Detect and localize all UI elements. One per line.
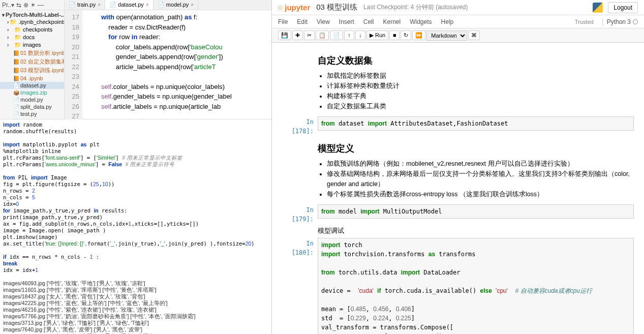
- line-gutter: 1718192021222324252627: [65, 10, 82, 124]
- command-palette-button[interactable]: ⌘: [468, 31, 480, 40]
- menu-view[interactable]: View: [317, 18, 330, 25]
- code-input[interactable]: import torch import torchvision.transfor…: [318, 238, 634, 335]
- code-cell[interactable]: In [179]: from model import MultiOutputM…: [282, 204, 634, 224]
- kernel-name[interactable]: Python 3: [602, 18, 638, 25]
- close-icon[interactable]: ×: [146, 2, 149, 8]
- cell-prompt: In [179]:: [282, 204, 318, 224]
- folder-item[interactable]: ›📁 docs: [0, 34, 64, 41]
- ide-top: Pr..▾ ⇆ ⊕ ✴ — ▾PyTorch-Multi-Label-... ›…: [0, 0, 271, 119]
- file-item[interactable]: 📙02 自定义数据集和转...: [0, 57, 64, 66]
- code-input[interactable]: from dataset import AttributesDataset,Fa…: [318, 116, 634, 131]
- toolbar-button[interactable]: ↓: [355, 31, 365, 40]
- menu-edit[interactable]: Edit: [297, 18, 308, 25]
- toolbar-button[interactable]: ✚: [292, 31, 303, 40]
- file-item[interactable]: 📦images.zip: [0, 89, 64, 96]
- gear-icon[interactable]: ✴: [30, 2, 36, 9]
- code-content[interactable]: with open(annotation_path) as f: reader …: [82, 10, 271, 124]
- file-item[interactable]: 📄train.py: [0, 117, 64, 119]
- editor-area: 📄 train.py×📄 dataset.py×📄 model.py× 1718…: [65, 0, 271, 119]
- file-item[interactable]: 📙04 .ipynb: [0, 75, 64, 82]
- close-icon[interactable]: ×: [98, 2, 101, 8]
- toolbar-button[interactable]: 📋: [316, 31, 329, 40]
- list-item: 自定义数据集工具类: [327, 101, 634, 111]
- menu-cell[interactable]: Cell: [363, 18, 374, 25]
- tree-content: ▾PyTorch-Multi-Label-... ›📁 .ipynb_check…: [0, 10, 64, 119]
- editor-body[interactable]: 1718192021222324252627 with open(annotat…: [65, 10, 271, 124]
- jupyter-logo: ○ jupyter: [278, 3, 310, 12]
- toolbar-button[interactable]: ✂: [304, 31, 315, 40]
- ide-panel: Pr..▾ ⇆ ⊕ ✴ — ▾PyTorch-Multi-Label-... ›…: [0, 0, 272, 334]
- folder-item[interactable]: ›📁 checkpoints: [0, 26, 64, 34]
- file-tree: Pr..▾ ⇆ ⊕ ✴ — ▾PyTorch-Multi-Label-... ›…: [0, 0, 65, 119]
- list-item: 每个标签属性损失函数选择cross-entropy loss （这里我们联合训练…: [327, 189, 634, 199]
- locate-icon[interactable]: ⊕: [23, 2, 28, 9]
- collapse-icon[interactable]: ⇆: [16, 2, 21, 9]
- editor-tabs: 📄 train.py×📄 dataset.py×📄 model.py×: [65, 0, 271, 10]
- list-item: 构建标签字典: [327, 91, 634, 101]
- file-item[interactable]: 📙01 数据分析.ipynb: [0, 49, 64, 57]
- file-item[interactable]: 📄test.py: [0, 110, 64, 117]
- cell-type-select[interactable]: Markdown: [426, 31, 467, 41]
- tree-toolbar: Pr..▾ ⇆ ⊕ ✴ —: [0, 0, 64, 10]
- menu-insert[interactable]: Insert: [339, 18, 354, 25]
- close-icon[interactable]: ×: [191, 2, 194, 8]
- kernel-status-icon: [633, 19, 638, 24]
- python-logo-icon: [593, 3, 603, 13]
- project-root[interactable]: ▾PyTorch-Multi-Label-...: [0, 11, 64, 18]
- notebook-title[interactable]: 03 模型训练: [316, 3, 357, 12]
- menu-widgets[interactable]: Widgets: [410, 18, 432, 25]
- md-heading: 自定义数据集: [318, 54, 634, 68]
- jupyter-panel: ○ jupyter 03 模型训练 Last Checkpoint: 4 分钟前…: [272, 0, 644, 334]
- editor-tab[interactable]: 📄 train.py×: [65, 0, 105, 10]
- jupyter-menubar: FileEditViewInsertCellKernelWidgetsHelp …: [272, 15, 644, 28]
- cell-prompt: In [180]:: [282, 238, 318, 335]
- md-text: 模型调试: [318, 227, 344, 234]
- cell-prompt: In [178]:: [282, 116, 318, 136]
- editor-tab[interactable]: 📄 dataset.py×: [105, 0, 154, 10]
- trusted-indicator[interactable]: Trusted: [571, 18, 597, 26]
- list-item: 修改基础网络结构，原来网络最后一层仅支持一个分类标签输入。这里我们支持3个标签类…: [327, 169, 634, 189]
- toolbar-button[interactable]: ↑: [344, 31, 354, 40]
- file-item[interactable]: 📄model.py: [0, 96, 64, 103]
- menu-file[interactable]: File: [278, 18, 288, 25]
- file-item[interactable]: 📙03 模型训练.ipynb: [0, 66, 64, 75]
- list-item: 加载预训练的网络（例如：mobilenet_v2,resnet,resnext …: [327, 159, 634, 169]
- toolbar-button[interactable]: ⏩: [412, 31, 425, 40]
- notebook-content[interactable]: 自定义数据集 加载指定的标签数据计算标签种类和数量统计构建标签字典自定义数据集工…: [272, 43, 644, 334]
- menu-help[interactable]: Help: [441, 18, 454, 25]
- toolbar-button[interactable]: 💾: [278, 31, 291, 40]
- folder-item[interactable]: ›📁 images: [0, 41, 64, 49]
- toolbar-button[interactable]: ▶ Run: [366, 31, 388, 40]
- toolbar-button[interactable]: ↻: [401, 31, 411, 40]
- jupyter-toolbar: 💾✚✂📋📄↑↓▶ Run■↻⏩ Markdown ⌘: [272, 28, 644, 43]
- list-item: 计算标签种类和数量统计: [327, 81, 634, 91]
- toolbar-button[interactable]: 📄: [330, 31, 343, 40]
- md-heading: 模型定义: [318, 142, 634, 156]
- jupyter-header: ○ jupyter 03 模型训练 Last Checkpoint: 4 分钟前…: [272, 0, 644, 15]
- code-input[interactable]: from model import MultiOutputModel: [318, 204, 634, 219]
- toolbar-button[interactable]: ■: [389, 31, 400, 40]
- file-item[interactable]: 📄dataset.py: [0, 82, 64, 89]
- project-dropdown[interactable]: Pr..▾: [2, 2, 14, 9]
- code-cell[interactable]: In [178]: from dataset import Attributes…: [282, 116, 634, 136]
- logout-button[interactable]: Logout: [608, 2, 638, 13]
- checkpoint-text: Last Checkpoint: 4 分钟前 (autosaved): [363, 3, 468, 12]
- markdown-cell[interactable]: 自定义数据集 加载指定的标签数据计算标签种类和数量统计构建标签字典自定义数据集工…: [282, 50, 634, 114]
- markdown-cell[interactable]: 模型定义 加载预训练的网络（例如：mobilenet_v2,resnet,res…: [282, 138, 634, 202]
- hide-icon[interactable]: —: [38, 2, 44, 9]
- markdown-cell[interactable]: 模型调试: [282, 226, 634, 236]
- editor-tab[interactable]: 📄 model.py×: [154, 0, 199, 10]
- file-item[interactable]: 📄split_data.py: [0, 103, 64, 110]
- code-cell[interactable]: In [180]: import torch import torchvisio…: [282, 238, 634, 335]
- folder-item[interactable]: ›📁 .ipynb_checkpoints: [0, 18, 64, 26]
- list-item: 加载指定的标签数据: [327, 71, 634, 81]
- console-area[interactable]: import randomrandom.shuffle(results)impo…: [0, 119, 271, 334]
- menu-kernel[interactable]: Kernel: [383, 18, 401, 25]
